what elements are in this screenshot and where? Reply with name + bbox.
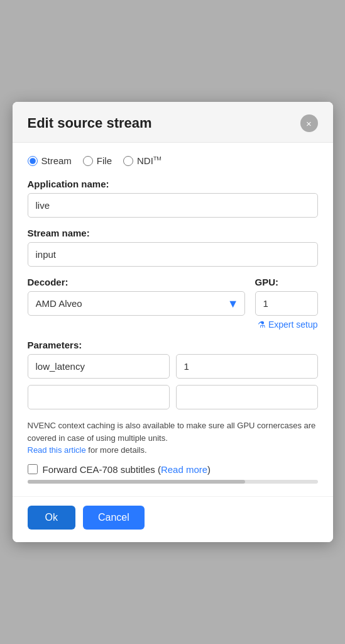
cancel-button[interactable]: Cancel	[83, 506, 145, 530]
application-name-label: Application name:	[28, 179, 318, 189]
dialog-title: Edit source stream	[28, 115, 152, 131]
read-more-link[interactable]: Read more	[161, 464, 207, 475]
flask-icon: ⚗	[258, 319, 266, 330]
stream-name-input[interactable]	[28, 242, 318, 267]
close-button[interactable]: ×	[300, 114, 318, 132]
dialog-header: Edit source stream ×	[13, 102, 333, 143]
info-text-suffix: for more details.	[86, 445, 147, 455]
radio-ndi-input[interactable]	[123, 156, 133, 166]
parameters-grid	[28, 354, 318, 409]
decoder-select[interactable]: AMD Alveo NVENC Software	[28, 291, 245, 316]
param1-key-input[interactable]	[28, 354, 170, 379]
radio-stream[interactable]: Stream	[28, 155, 72, 166]
dialog-footer: Ok Cancel	[13, 496, 333, 542]
stream-name-label: Stream name:	[28, 228, 318, 238]
radio-ndi[interactable]: NDITM	[123, 155, 162, 166]
cea708-checkbox-row: Forward CEA-708 subtitles (Read more)	[28, 464, 318, 475]
application-name-input[interactable]	[28, 193, 318, 218]
dialog-body: Stream File NDITM Application name: Stre…	[13, 143, 333, 496]
scrollbar-thumb	[28, 480, 246, 484]
edit-source-stream-dialog: Edit source stream × Stream File NDITM	[13, 102, 333, 542]
decoder-field-group: Decoder: AMD Alveo NVENC Software ▼	[28, 277, 245, 316]
expert-setup-link[interactable]: ⚗ Expert setup	[258, 319, 318, 330]
stream-name-field-group: Stream name:	[28, 228, 318, 267]
param2-value-input[interactable]	[176, 385, 318, 409]
gpu-input[interactable]	[255, 291, 318, 316]
expert-setup-label: Expert setup	[268, 319, 318, 330]
parameters-field-group: Parameters:	[28, 340, 318, 409]
source-type-radio-group: Stream File NDITM	[28, 155, 318, 166]
radio-ndi-label: NDITM	[137, 155, 162, 166]
param2-key-input[interactable]	[28, 385, 170, 409]
param1-value-input[interactable]	[176, 354, 318, 379]
application-name-field-group: Application name:	[28, 179, 318, 218]
decoder-label: Decoder:	[28, 277, 245, 287]
radio-stream-input[interactable]	[28, 156, 38, 166]
gpu-field-group: GPU:	[255, 277, 318, 316]
radio-file-input[interactable]	[83, 156, 93, 166]
radio-file-label: File	[97, 155, 112, 166]
radio-file[interactable]: File	[83, 155, 112, 166]
expert-setup-row: ⚗ Expert setup	[28, 319, 318, 330]
parameters-label: Parameters:	[28, 340, 318, 350]
info-text-main: NVENC context caching is also available …	[28, 421, 316, 443]
decoder-select-wrapper: AMD Alveo NVENC Software ▼	[28, 291, 245, 316]
decoder-gpu-row: Decoder: AMD Alveo NVENC Software ▼ GPU:	[28, 277, 318, 316]
radio-stream-label: Stream	[41, 155, 72, 166]
cea708-checkbox[interactable]	[28, 464, 38, 474]
ok-button[interactable]: Ok	[28, 506, 75, 530]
info-text: NVENC context caching is also available …	[28, 419, 318, 457]
scrollbar-indicator	[28, 480, 318, 484]
read-article-link[interactable]: Read this article	[28, 445, 86, 455]
cea708-label: Forward CEA-708 subtitles (Read more)	[43, 464, 211, 475]
gpu-label: GPU:	[255, 277, 318, 287]
